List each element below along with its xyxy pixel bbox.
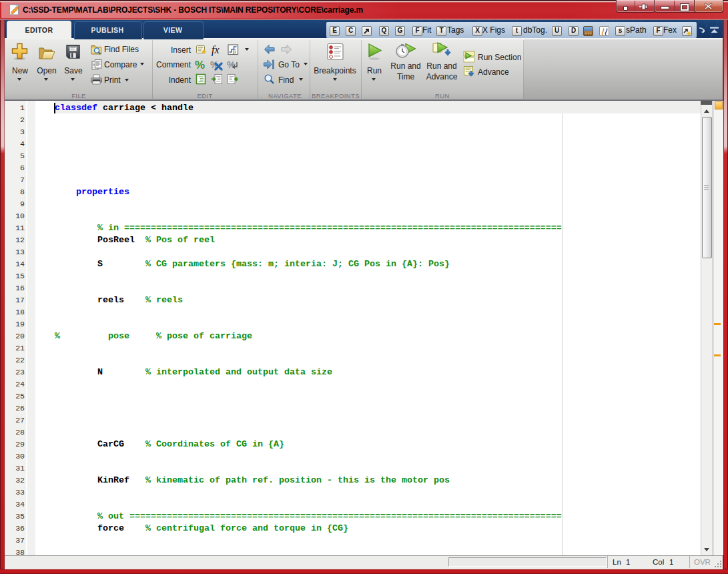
svg-text:%: % xyxy=(195,59,205,71)
svg-text:fi: fi xyxy=(233,49,236,55)
svg-text:fx: fx xyxy=(212,44,220,56)
svg-text:%: % xyxy=(227,59,236,70)
